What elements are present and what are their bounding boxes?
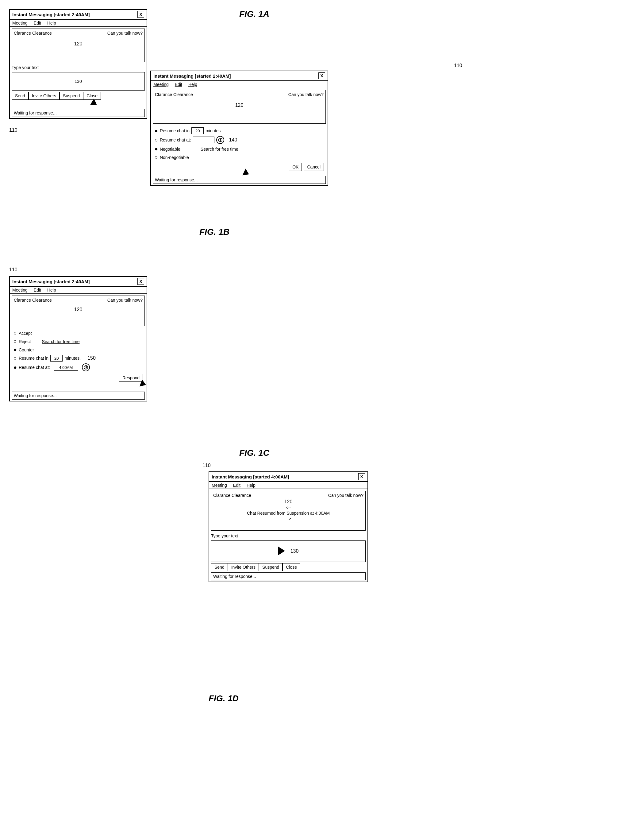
fig1d-chat-resumed: Chat Resumed from Suspension at 4:00AM <box>213 511 363 516</box>
fig1c-close-btn[interactable]: X <box>138 278 144 285</box>
fig1c-option3-row: ● Counter <box>13 346 143 353</box>
fig1c-status: Waiting for response... <box>12 392 145 400</box>
fig1b-chat-id: 120 <box>155 102 324 108</box>
fig1b-label: FIG. 1B <box>199 227 229 237</box>
fig1c-chat-area: Clarance Clearance Can you talk now? 120 <box>12 295 145 326</box>
fig1c-option2-text: Reject <box>19 339 31 344</box>
fig1b-window-num-top: 110 <box>454 63 462 69</box>
fig1c-respond-btn[interactable]: Respond <box>119 374 143 382</box>
fig1c-radio1: ○ <box>13 330 17 336</box>
fig1d-chat-area: Clarance Clearance Can you talk now? 120… <box>211 491 366 531</box>
fig1a-text-id: 130 <box>75 79 82 84</box>
fig1d-text-input[interactable]: 130 <box>211 541 366 562</box>
fig1d-menu-edit[interactable]: Edit <box>233 483 241 488</box>
fig1a-send-btn[interactable]: Send <box>12 92 28 100</box>
fig1b-search-free-time-link[interactable]: Search for free time <box>200 147 238 151</box>
fig1a-close-btn[interactable]: X <box>138 11 144 18</box>
fig1c-option4-suffix: minutes. <box>64 356 81 361</box>
fig1a-titlebar: Instant Messaging [started 2:40AM] X <box>10 10 147 19</box>
fig1d-chat-sender: Clarance Clearance <box>213 493 251 498</box>
fig1d-text-id: 130 <box>290 548 299 554</box>
fig1b-menu-help[interactable]: Help <box>188 82 197 87</box>
fig1c-option5-text: Resume chat at: <box>19 365 50 370</box>
fig1a-text-input[interactable]: 130 <box>12 72 145 91</box>
fig1d-button-row: Send Invite Others Suspend Close <box>211 563 366 571</box>
fig1d-window: Instant Messaging [started 4:00AM] X Mee… <box>209 472 368 582</box>
fig1b-clock-icon[interactable] <box>216 136 224 144</box>
fig1a-button-row: Send Invite Others Suspend Close <box>12 92 145 100</box>
fig1b-option1-text: Resume chat in <box>160 128 190 133</box>
fig1d-close-btn[interactable]: X <box>358 473 365 480</box>
fig1c-menu-help[interactable]: Help <box>47 287 56 292</box>
fig1b-option4-row: ○ Non-negotiable <box>155 154 324 160</box>
fig1a-status: Waiting for response... <box>12 109 145 117</box>
fig1d-chat-message: Can you talk now? <box>328 493 363 498</box>
fig1a-window-num: 110 <box>9 127 18 133</box>
fig1d-menu-help[interactable]: Help <box>247 483 256 488</box>
fig1c-label: FIG. 1C <box>239 448 269 458</box>
svg-point-0 <box>218 138 222 142</box>
svg-point-3 <box>84 365 88 369</box>
fig1a-menu-meeting[interactable]: Meeting <box>12 21 28 25</box>
fig1d-titlebar: Instant Messaging [started 4:00AM] X <box>209 472 368 482</box>
fig1b-chat-sender: Clarance Clearance <box>155 92 193 97</box>
fig1b-option3-row: ● Negotiable Search for free time <box>155 146 324 152</box>
fig1c-clock-icon[interactable] <box>82 363 90 371</box>
fig1d-chat-id: 120 <box>213 499 363 505</box>
fig1d-chat-header: Clarance Clearance Can you talk now? <box>213 493 363 498</box>
fig1c-titlebar: Instant Messaging [started 2:40AM] X <box>10 277 147 287</box>
fig1b-minutes-input[interactable]: 20 <box>191 127 204 134</box>
fig1c-window: Instant Messaging [started 2:40AM] X Mee… <box>9 276 147 401</box>
fig1c-chat-header: Clarance Clearance Can you talk now? <box>14 298 143 302</box>
fig1a-menu-edit[interactable]: Edit <box>34 21 41 25</box>
fig1a-menubar: Meeting Edit Help <box>10 19 147 27</box>
fig1c-option4-id: 150 <box>87 355 96 361</box>
fig1a-invite-btn[interactable]: Invite Others <box>28 92 60 100</box>
fig1d-close-btn2[interactable]: Close <box>283 563 300 571</box>
fig1b-bullet1: ● <box>155 128 158 134</box>
fig1a-title: Instant Messaging [started 2:40AM] <box>12 12 90 17</box>
fig1a-close-btn2[interactable]: Close <box>83 92 101 100</box>
fig1c-options: ○ Accept ○ Reject Search for free time ●… <box>10 328 147 385</box>
fig1b-close-btn[interactable]: X <box>318 72 325 79</box>
fig1d-invite-btn[interactable]: Invite Others <box>228 563 259 571</box>
fig1d-suspend-btn[interactable]: Suspend <box>259 563 283 571</box>
fig1a-suspend-btn[interactable]: Suspend <box>60 92 83 100</box>
fig1b-radio2: ○ <box>155 137 158 143</box>
fig1a-suspend-arrow <box>90 99 99 108</box>
fig1c-menu-meeting[interactable]: Meeting <box>12 287 28 292</box>
fig1c-time-input[interactable]: 4:00AM <box>54 364 78 371</box>
fig1b-chat-header: Clarance Clearance Can you talk now? <box>155 92 324 97</box>
fig1b-menubar: Meeting Edit Help <box>151 81 327 88</box>
fig1c-option4-row: ○ Resume chat in 20 minutes. 150 <box>13 355 143 362</box>
fig1d-send-btn[interactable]: Send <box>211 563 228 571</box>
fig1a-chat-area: Clarance Clearance Can you talk now? 120 <box>12 28 145 62</box>
fig1a-text-label: Type your text <box>10 64 147 71</box>
fig1d-menu-meeting[interactable]: Meeting <box>212 483 227 488</box>
fig1a-menu-help[interactable]: Help <box>47 21 56 25</box>
fig1d-chat-arrow2: --> <box>213 516 363 521</box>
fig1b-time-input[interactable] <box>193 136 214 143</box>
fig1b-menu-meeting[interactable]: Meeting <box>153 82 169 87</box>
fig1b-radio4: ○ <box>155 154 158 160</box>
fig1b-menu-edit[interactable]: Edit <box>175 82 182 87</box>
fig1c-chat-sender: Clarance Clearance <box>14 298 52 302</box>
fig1b-option1-row: ● Resume chat in 20 minutes. <box>155 127 324 134</box>
fig1c-option1-text: Accept <box>19 331 32 336</box>
fig1c-menu-edit[interactable]: Edit <box>34 287 41 292</box>
fig1b-bullet3: ● <box>155 146 158 152</box>
fig1c-menubar: Meeting Edit Help <box>10 287 147 294</box>
fig1b-title: Instant Messaging [started 2:40AM] <box>153 73 231 79</box>
fig1d-play-arrow <box>278 547 287 556</box>
fig1a-window: Instant Messaging [started 2:40AM] X Mee… <box>9 9 147 119</box>
fig1b-option1-suffix: minutes. <box>205 128 222 133</box>
fig1d-title: Instant Messaging [started 4:00AM] <box>212 474 289 479</box>
fig1a-label: FIG. 1A <box>239 9 269 19</box>
fig1b-cancel-btn[interactable]: Cancel <box>304 163 324 171</box>
fig1b-options: ● Resume chat in 20 minutes. ○ Resume ch… <box>151 126 327 175</box>
fig1c-option1-row: ○ Accept <box>13 330 143 336</box>
fig1b-window: Instant Messaging [started 2:40AM] X Mee… <box>150 70 328 186</box>
fig1c-search-free-time-link[interactable]: Search for free time <box>42 339 80 344</box>
fig1b-ok-btn[interactable]: OK <box>289 163 302 171</box>
fig1c-minutes-input[interactable]: 20 <box>50 355 63 362</box>
